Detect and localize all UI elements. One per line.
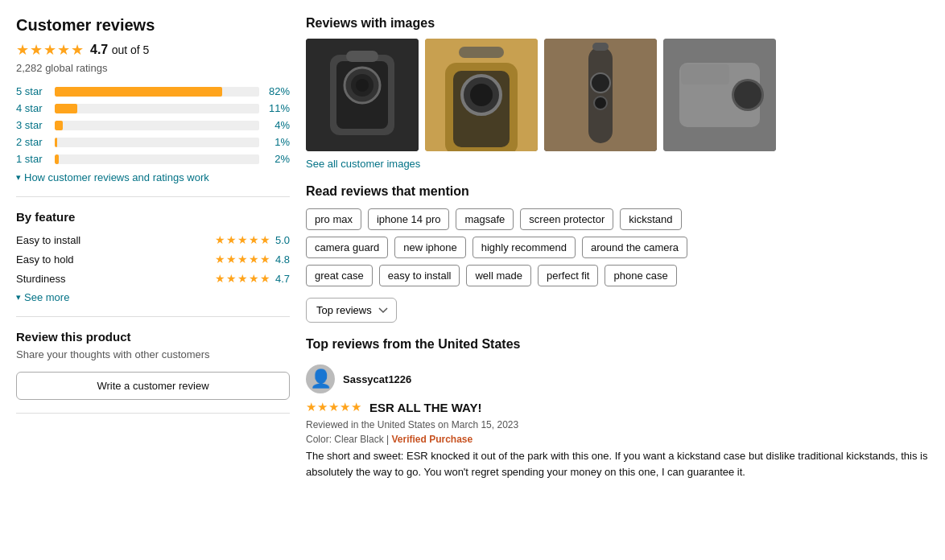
tag-iphone-14-pro[interactable]: iphone 14 pro: [368, 208, 450, 230]
feature-score-hold: 4.8: [275, 253, 290, 266]
pct-1: 2%: [266, 153, 290, 165]
tag-highly-recommend[interactable]: highly recommend: [472, 237, 576, 258]
write-review-button[interactable]: Write a customer review: [16, 372, 290, 400]
sort-dropdown: Top reviews Most recent Top critical: [306, 298, 929, 323]
chevron-down-icon-features: ▾: [16, 292, 21, 303]
review-product-title: Review this product: [16, 330, 290, 344]
rs-1: ★: [306, 400, 316, 414]
tag-pro-max[interactable]: pro max: [306, 208, 361, 230]
fs-star-2: ★: [226, 272, 237, 285]
svg-point-16: [591, 73, 610, 93]
review-image-4[interactable]: [663, 39, 776, 151]
feature-score-sturdy: 4.7: [275, 273, 290, 285]
review-color: Color: Clear Black: [306, 434, 384, 445]
rs-3: ★: [328, 400, 339, 414]
star-3: ★: [43, 41, 56, 59]
svg-rect-22: [681, 64, 729, 84]
bar-bg-2: [55, 138, 259, 147]
star-4-link[interactable]: 4 star: [16, 102, 48, 114]
svg-rect-14: [588, 47, 613, 143]
star-row-4: 4 star 11%: [16, 102, 290, 114]
review-headline: ESR ALL THE WAY!: [369, 401, 481, 414]
tag-around-camera[interactable]: around the camera: [582, 237, 687, 258]
see-all-images-link[interactable]: See all customer images: [306, 158, 929, 170]
star-1-link[interactable]: 1 star: [16, 153, 48, 165]
f-star-5: ★: [260, 233, 270, 246]
fh-star-3: ★: [237, 253, 248, 266]
fs-star-1: ★: [215, 272, 225, 285]
review-color-meta: Color: Clear Black | Verified Purchase: [306, 434, 929, 445]
review-image-3-svg: [544, 39, 657, 151]
bar-bg-5: [55, 87, 259, 97]
review-image-1[interactable]: [306, 39, 419, 151]
rs-2: ★: [317, 400, 328, 414]
bar-bg-4: [55, 104, 259, 113]
review-card-0: 👤 Sassycat1226 ★ ★ ★ ★ ★ ESR ALL THE WAY…: [306, 364, 929, 480]
bar-fill-4: [55, 104, 77, 113]
fh-star-2: ★: [226, 253, 237, 266]
tag-well-made[interactable]: well made: [466, 265, 531, 286]
sort-select[interactable]: Top reviews Most recent Top critical: [306, 298, 397, 323]
feature-name-install: Easy to install: [16, 234, 215, 246]
see-more-features[interactable]: ▾ See more: [16, 291, 290, 303]
bar-fill-5: [55, 87, 222, 97]
star-row-1: 1 star 2%: [16, 153, 290, 165]
rating-value: 4.7 out of 5: [90, 43, 149, 57]
rs-4: ★: [340, 400, 350, 414]
f-star-2: ★: [226, 233, 237, 246]
chevron-down-icon: ▾: [16, 172, 21, 183]
feature-name-sturdy: Sturdiness: [16, 273, 215, 285]
review-images-row: [306, 39, 929, 151]
feature-easy-hold: Easy to hold ★ ★ ★ ★ ★ 4.8: [16, 253, 290, 266]
tag-easy-to-install[interactable]: easy to install: [379, 265, 460, 286]
bar-fill-1: [55, 154, 59, 164]
review-image-4-svg: [663, 39, 776, 151]
fs-star-5: ★: [260, 272, 270, 285]
left-panel: Customer reviews ★ ★ ★ ★ ★ 4.7 out of 5 …: [16, 16, 290, 492]
share-thoughts: Share your thoughts with other customers: [16, 348, 290, 360]
pct-5: 82%: [266, 85, 290, 97]
divider-1: [16, 196, 290, 197]
star-5-link[interactable]: 5 star: [16, 85, 48, 97]
review-body: The short and sweet: ESR knocked it out …: [306, 448, 929, 480]
tag-screen-protector[interactable]: screen protector: [520, 208, 613, 230]
top-reviews-title: Top reviews from the United States: [306, 337, 929, 352]
f-star-3: ★: [237, 233, 248, 246]
by-feature-title: By feature: [16, 210, 290, 224]
tag-camera-guard[interactable]: camera guard: [306, 237, 388, 258]
fh-star-4: ★: [249, 253, 259, 266]
tag-perfect-fit[interactable]: perfect fit: [538, 265, 598, 286]
fs-star-4: ★: [249, 272, 259, 285]
verified-badge: Verified Purchase: [392, 434, 473, 445]
review-image-2[interactable]: [425, 39, 538, 151]
svg-point-17: [594, 97, 607, 109]
customer-reviews-title: Customer reviews: [16, 16, 290, 35]
fh-star-1: ★: [215, 253, 225, 266]
star-row-2: 2 star 1%: [16, 136, 290, 148]
review-image-1-svg: [306, 39, 419, 151]
reviews-with-images-title: Reviews with images: [306, 16, 929, 31]
review-image-3[interactable]: [544, 39, 657, 151]
tag-phone-case[interactable]: phone case: [605, 265, 676, 286]
star-3-link[interactable]: 3 star: [16, 119, 48, 131]
tag-kickstand[interactable]: kickstand: [620, 208, 681, 230]
star-row-3: 3 star 4%: [16, 119, 290, 131]
overall-rating: ★ ★ ★ ★ ★ 4.7 out of 5: [16, 41, 290, 59]
right-panel: Reviews with images: [306, 16, 929, 492]
fh-star-5: ★: [260, 253, 270, 266]
star-bars: 5 star 82% 4 star 11% 3 star 4%: [16, 85, 290, 165]
svg-rect-15: [592, 43, 609, 51]
reviewer-name[interactable]: Sassycat1226: [343, 373, 411, 385]
svg-rect-21: [734, 81, 761, 109]
feature-stars-hold: ★ ★ ★ ★ ★: [215, 253, 270, 266]
feature-easy-install: Easy to install ★ ★ ★ ★ ★ 5.0: [16, 233, 290, 246]
review-meta: Reviewed in the United States on March 1…: [306, 419, 929, 430]
avatar: 👤: [306, 364, 335, 393]
star-row-5: 5 star 82%: [16, 85, 290, 97]
tag-magsafe[interactable]: magsafe: [456, 208, 514, 230]
tag-great-case[interactable]: great case: [306, 265, 373, 286]
how-reviews-link[interactable]: ▾ How customer reviews and ratings work: [16, 171, 290, 183]
feature-score-install: 5.0: [275, 234, 290, 246]
tag-new-iphone[interactable]: new iphone: [394, 237, 466, 258]
star-2-link[interactable]: 2 star: [16, 136, 48, 148]
